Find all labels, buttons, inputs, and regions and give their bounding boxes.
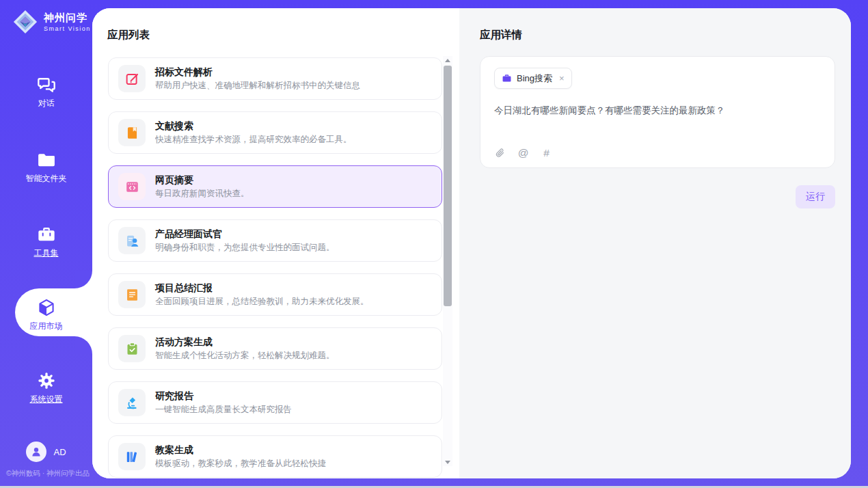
app-card-文献搜索[interactable]: 文献搜索快速精准查找学术资源，提高研究效率的必备工具。 bbox=[108, 111, 442, 154]
hash-icon[interactable]: # bbox=[541, 147, 552, 159]
sidebar: 神州问学 Smart Vision 对话智能文件夹工具集应用市场系统设置 AD … bbox=[0, 0, 92, 488]
app-card-title: 活动方案生成 bbox=[155, 336, 335, 348]
app-window: 神州问学 Smart Vision 对话智能文件夹工具集应用市场系统设置 AD … bbox=[0, 0, 868, 488]
scrollbar-thumb[interactable] bbox=[444, 66, 452, 306]
sidebar-item-label: 智能文件夹 bbox=[26, 173, 67, 185]
user-row[interactable]: AD bbox=[0, 442, 92, 462]
paperclip-icon[interactable] bbox=[494, 147, 506, 159]
app-card-desc: 每日政府新闻资讯快查。 bbox=[155, 189, 249, 199]
user-initials: AD bbox=[53, 447, 66, 457]
app-detail-panel: 应用详情 Bing搜索 × 今日湖北有哪些新闻要点？有哪些需要关注的最新政策？ … bbox=[459, 8, 851, 478]
brand-text: 神州问学 Smart Vision bbox=[44, 12, 91, 32]
app-card-desc: 智能生成个性化活动方案，轻松解决规划难题。 bbox=[155, 351, 335, 361]
sidebar-item-label: 应用市场 bbox=[30, 321, 63, 332]
sidebar-item-label: 对话 bbox=[38, 98, 55, 109]
sidebar-item-label: 工具集 bbox=[34, 247, 59, 259]
app-card-text: 研究报告一键智能生成高质量长文本研究报告 bbox=[155, 390, 292, 415]
app-card-text: 项目总结汇报全面回顾项目进展，总结经验教训，助力未来优化发展。 bbox=[155, 282, 369, 307]
cube-icon bbox=[37, 298, 56, 317]
microscope-icon bbox=[118, 389, 146, 416]
app-card-list: 招标文件解析帮助用户快速、准确地理解和解析招标书中的关键信息文献搜索快速精准查找… bbox=[108, 57, 442, 478]
active-nav-curve-bottom bbox=[74, 336, 92, 354]
book-icon bbox=[118, 119, 146, 146]
app-card-desc: 一键智能生成高质量长文本研究报告 bbox=[155, 405, 292, 415]
edit-square-icon bbox=[118, 65, 146, 92]
books-icon bbox=[118, 443, 146, 470]
app-card-title: 网页摘要 bbox=[155, 174, 249, 186]
sidebar-item-工具集[interactable]: 工具集 bbox=[0, 225, 92, 259]
app-list-panel: 应用列表 招标文件解析帮助用户快速、准确地理解和解析招标书中的关键信息文献搜索快… bbox=[92, 8, 459, 478]
app-card-text: 活动方案生成智能生成个性化活动方案，轻松解决规划难题。 bbox=[155, 336, 335, 361]
tool-tag-label: Bing搜索 bbox=[517, 72, 552, 85]
avatar[interactable] bbox=[26, 442, 46, 462]
app-card-研究报告[interactable]: 研究报告一键智能生成高质量长文本研究报告 bbox=[108, 381, 442, 424]
browser-icon bbox=[118, 173, 146, 200]
app-card-title: 产品经理面试官 bbox=[155, 228, 335, 240]
app-card-title: 项目总结汇报 bbox=[155, 282, 369, 294]
sidebar-item-应用市场[interactable]: 应用市场 bbox=[0, 298, 92, 332]
scrollbar-up-arrow[interactable] bbox=[443, 56, 452, 64]
query-card: Bing搜索 × 今日湖北有哪些新闻要点？有哪些需要关注的最新政策？ @# bbox=[480, 56, 835, 168]
app-card-text: 招标文件解析帮助用户快速、准确地理解和解析招标书中的关键信息 bbox=[155, 66, 360, 91]
app-detail-title: 应用详情 bbox=[480, 28, 522, 42]
folder-icon bbox=[37, 150, 56, 170]
app-card-desc: 帮助用户快速、准确地理解和解析招标书中的关键信息 bbox=[155, 81, 360, 91]
app-card-text: 教案生成模板驱动，教案秒成，教学准备从此轻松快捷 bbox=[155, 444, 326, 469]
tool-tag[interactable]: Bing搜索 × bbox=[494, 68, 572, 89]
app-card-desc: 明确身份和职责，为您提供专业性的面试问题。 bbox=[155, 243, 335, 253]
app-card-text: 产品经理面试官明确身份和职责，为您提供专业性的面试问题。 bbox=[155, 228, 335, 253]
app-card-desc: 快速精准查找学术资源，提高研究效率的必备工具。 bbox=[155, 135, 352, 145]
app-card-产品经理面试官[interactable]: 产品经理面试官明确身份和职责，为您提供专业性的面试问题。 bbox=[108, 219, 442, 262]
copyright-text: ©神州数码 · 神州问学出品 bbox=[6, 469, 90, 478]
app-card-教案生成[interactable]: 教案生成模板驱动，教案秒成，教学准备从此轻松快捷 bbox=[108, 435, 442, 478]
chat-icon bbox=[37, 75, 56, 94]
query-toolbar: @# bbox=[494, 147, 552, 159]
app-card-网页摘要[interactable]: 网页摘要每日政府新闻资讯快查。 bbox=[108, 165, 442, 208]
briefcase-icon bbox=[502, 73, 512, 83]
brand-name: 神州问学 bbox=[44, 12, 91, 25]
query-text[interactable]: 今日湖北有哪些新闻要点？有哪些需要关注的最新政策？ bbox=[494, 104, 821, 118]
app-card-text: 文献搜索快速精准查找学术资源，提高研究效率的必备工具。 bbox=[155, 120, 352, 145]
app-card-desc: 模板驱动，教案秒成，教学准备从此轻松快捷 bbox=[155, 459, 326, 469]
mention-icon[interactable]: @ bbox=[517, 147, 529, 159]
brand-logo: 神州问学 Smart Vision bbox=[12, 9, 91, 35]
sidebar-item-对话[interactable]: 对话 bbox=[0, 75, 92, 109]
active-nav-curve-top bbox=[74, 271, 92, 288]
scrollbar[interactable] bbox=[443, 56, 452, 466]
close-icon[interactable]: × bbox=[559, 74, 565, 83]
app-list-title: 应用列表 bbox=[107, 28, 150, 42]
app-card-title: 招标文件解析 bbox=[155, 66, 360, 78]
clipboard-check-icon bbox=[118, 335, 146, 362]
brand-subtitle: Smart Vision bbox=[44, 25, 91, 32]
app-card-活动方案生成[interactable]: 活动方案生成智能生成个性化活动方案，轻松解决规划难题。 bbox=[108, 327, 442, 370]
gear-icon bbox=[37, 371, 56, 390]
toolbox-icon bbox=[37, 225, 56, 244]
memo-icon bbox=[118, 281, 146, 308]
app-card-title: 研究报告 bbox=[155, 390, 292, 402]
app-card-text: 网页摘要每日政府新闻资讯快查。 bbox=[155, 174, 249, 199]
sidebar-item-智能文件夹[interactable]: 智能文件夹 bbox=[0, 150, 92, 185]
app-card-项目总结汇报[interactable]: 项目总结汇报全面回顾项目进展，总结经验教训，助力未来优化发展。 bbox=[108, 273, 442, 316]
scrollbar-down-arrow[interactable] bbox=[443, 458, 452, 466]
app-card-desc: 全面回顾项目进展，总结经验教训，助力未来优化发展。 bbox=[155, 297, 369, 307]
app-card-title: 文献搜索 bbox=[155, 120, 352, 132]
user-icon bbox=[30, 446, 42, 458]
sidebar-item-label: 系统设置 bbox=[30, 394, 63, 405]
interviewer-icon bbox=[118, 227, 146, 254]
app-card-title: 教案生成 bbox=[155, 444, 326, 456]
content-panel: 应用列表 招标文件解析帮助用户快速、准确地理解和解析招标书中的关键信息文献搜索快… bbox=[92, 8, 851, 478]
run-button[interactable]: 运行 bbox=[796, 185, 835, 208]
brand-logo-icon bbox=[12, 9, 38, 35]
app-card-招标文件解析[interactable]: 招标文件解析帮助用户快速、准确地理解和解析招标书中的关键信息 bbox=[108, 57, 442, 100]
sidebar-item-系统设置[interactable]: 系统设置 bbox=[0, 371, 92, 405]
